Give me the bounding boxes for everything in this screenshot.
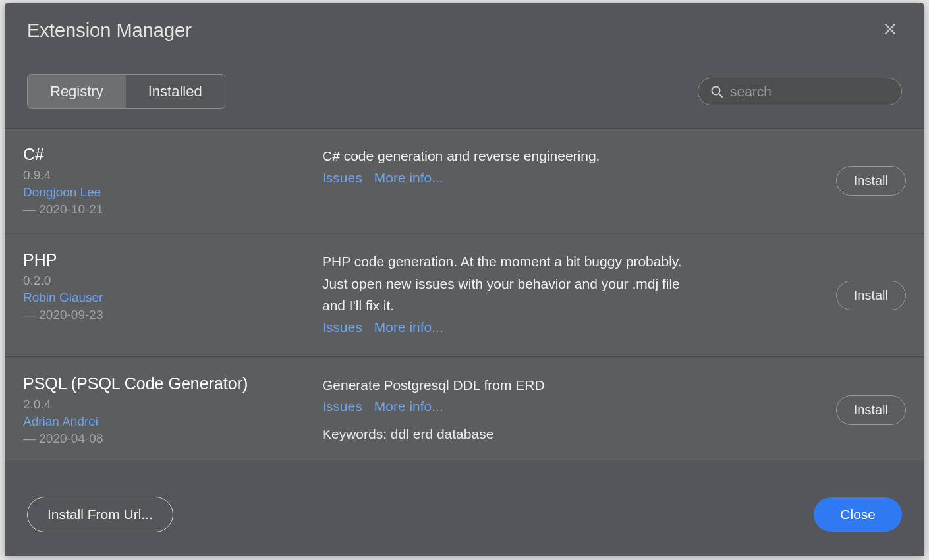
ext-meta: PSQL (PSQL Code Generator) 2.0.4 Adrian … — [23, 374, 306, 446]
svg-line-1 — [719, 94, 722, 97]
ext-keywords: Keywords: ddl erd database — [322, 426, 791, 442]
close-icon[interactable] — [878, 20, 902, 41]
search-icon — [710, 85, 723, 98]
close-button[interactable]: Close — [814, 497, 902, 532]
toolbar: Registry Installed — [5, 42, 924, 128]
ext-author-link[interactable]: Dongjoon Lee — [23, 185, 306, 200]
ext-actions: Install — [807, 145, 906, 217]
dialog-title: Extension Manager — [27, 20, 192, 42]
ext-date: — 2020-09-23 — [23, 308, 306, 322]
ext-version: 2.0.4 — [23, 397, 306, 412]
tab-registry[interactable]: Registry — [28, 75, 126, 108]
ext-body: Generate Postgresql DDL from ERD Issues … — [322, 374, 791, 446]
ext-actions: Install — [807, 374, 906, 446]
dialog-header: Extension Manager — [5, 3, 924, 42]
ext-description: PHP code generation. At the moment a bit… — [322, 250, 698, 317]
ext-date: — 2020-04-08 — [23, 432, 306, 446]
ext-meta: PHP 0.2.0 Robin Glauser — 2020-09-23 — [23, 250, 306, 341]
install-button[interactable]: Install — [836, 395, 906, 425]
ext-version: 0.9.4 — [23, 168, 306, 182]
ext-version: 0.2.0 — [23, 273, 306, 288]
ext-author-link[interactable]: Robin Glauser — [23, 291, 306, 305]
extension-manager-dialog: Extension Manager Registry Installed C# … — [5, 3, 924, 556]
search-input[interactable] — [730, 84, 903, 99]
ext-name: PSQL (PSQL Code Generator) — [23, 374, 306, 393]
ext-links: Issues More info... — [322, 320, 791, 335]
ext-links: Issues More info... — [322, 170, 791, 186]
issues-link[interactable]: Issues — [322, 320, 362, 335]
more-info-link[interactable]: More info... — [374, 320, 443, 335]
dialog-footer: Install From Url... Close — [5, 478, 924, 556]
extension-list[interactable]: C# 0.9.4 Dongjoon Lee — 2020-10-21 C# co… — [5, 128, 924, 478]
search-box[interactable] — [698, 78, 902, 105]
list-item: PHP 0.2.0 Robin Glauser — 2020-09-23 PHP… — [5, 235, 924, 357]
issues-link[interactable]: Issues — [322, 399, 362, 414]
ext-body: PHP code generation. At the moment a bit… — [322, 250, 791, 341]
more-info-link[interactable]: More info... — [374, 399, 443, 414]
list-item: C# 0.9.4 Dongjoon Lee — 2020-10-21 C# co… — [5, 129, 924, 233]
ext-description: Generate Postgresql DDL from ERD — [322, 374, 698, 397]
install-button[interactable]: Install — [836, 281, 906, 310]
tabs: Registry Installed — [27, 74, 225, 109]
ext-date: — 2020-10-21 — [23, 202, 306, 217]
issues-link[interactable]: Issues — [322, 170, 362, 186]
ext-name: PHP — [23, 250, 306, 269]
ext-meta: C# 0.9.4 Dongjoon Lee — 2020-10-21 — [23, 145, 306, 217]
more-info-link[interactable]: More info... — [374, 170, 443, 186]
list-item: PSQL (PSQL Code Generator) 2.0.4 Adrian … — [5, 358, 924, 462]
ext-name: C# — [23, 145, 306, 164]
ext-links: Issues More info... — [322, 399, 791, 414]
ext-actions: Install — [807, 250, 906, 341]
tab-installed[interactable]: Installed — [126, 75, 225, 108]
install-button[interactable]: Install — [836, 166, 906, 196]
ext-body: C# code generation and reverse engineeri… — [322, 145, 791, 217]
install-from-url-button[interactable]: Install From Url... — [27, 497, 173, 532]
ext-description: C# code generation and reverse engineeri… — [322, 145, 698, 167]
ext-author-link[interactable]: Adrian Andrei — [23, 414, 306, 429]
